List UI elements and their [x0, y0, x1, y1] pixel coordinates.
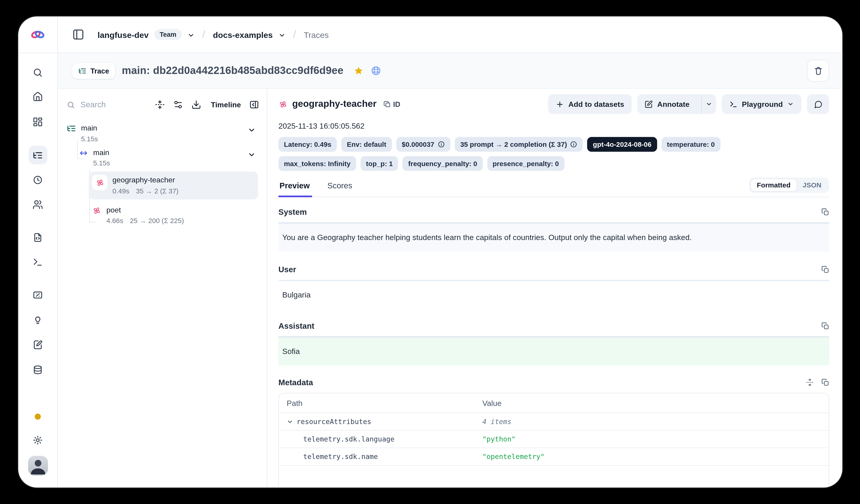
- playground-button[interactable]: Playground: [721, 94, 802, 114]
- collapse-panel-icon[interactable]: [249, 100, 259, 109]
- search-icon[interactable]: [28, 63, 47, 81]
- collapse-all-icon[interactable]: [155, 100, 165, 109]
- panels: Timeline main 5.1: [58, 89, 843, 487]
- chevron-down-icon[interactable]: [278, 31, 285, 38]
- node-name: main: [93, 147, 110, 158]
- view-toggle: Formatted JSON: [749, 178, 829, 193]
- temperature-badge: temperature: 0: [661, 137, 720, 152]
- user-avatar[interactable]: [28, 456, 47, 475]
- insights-lightbulb-icon[interactable]: [28, 311, 47, 329]
- table-row[interactable]: resourceAttributes 4 items: [279, 413, 829, 430]
- trace-header: Trace main: db22d0a442216b485abd83cc9df6…: [58, 53, 843, 89]
- column-path: Path: [279, 399, 475, 407]
- tree-search[interactable]: [67, 100, 147, 109]
- annotate-dropdown-button[interactable]: [701, 94, 716, 114]
- node-duration: 0.49s: [112, 187, 129, 195]
- tree-search-input[interactable]: [79, 100, 129, 109]
- observation-actions: Add to datasets Annotate: [548, 94, 829, 114]
- model-badge[interactable]: gpt-4o-2024-08-06: [587, 137, 657, 152]
- trace-title: main: db22d0a442216b485abd83cc9df6d9ee: [122, 64, 344, 76]
- playground-terminal-icon[interactable]: [28, 252, 47, 271]
- prompts-file-code-icon[interactable]: [28, 228, 47, 247]
- add-to-datasets-button[interactable]: Add to datasets: [548, 94, 632, 114]
- breadcrumb: langfuse-dev Team / docs-examples / Trac…: [58, 17, 843, 53]
- chevron-down-icon[interactable]: [187, 31, 195, 38]
- add-to-datasets-label: Add to datasets: [569, 100, 624, 108]
- top-p-badge: top_p: 1: [361, 156, 398, 171]
- dashboard-grid-icon[interactable]: [28, 112, 47, 131]
- breadcrumb-page[interactable]: Traces: [304, 30, 329, 39]
- delete-trace-button[interactable]: [807, 60, 829, 81]
- langfuse-logo[interactable]: [18, 17, 57, 53]
- metadata-value: "python": [475, 430, 829, 447]
- metadata-value: 4 items: [475, 413, 829, 430]
- info-icon[interactable]: [570, 141, 577, 148]
- breadcrumb-environment[interactable]: docs-examples: [213, 30, 273, 39]
- info-icon[interactable]: [438, 141, 445, 148]
- section-system: System You are a Geography teacher helpi…: [278, 206, 829, 252]
- datasets-database-icon[interactable]: [28, 360, 47, 379]
- copy-id-button[interactable]: ID: [383, 100, 400, 108]
- table-row[interactable]: telemetry.sdk.language "python": [279, 430, 829, 448]
- trace-badge-label: Trace: [90, 66, 109, 75]
- tab-scores[interactable]: Scores: [326, 179, 355, 197]
- system-label: System: [278, 208, 307, 217]
- chevron-down-icon[interactable]: [247, 150, 256, 159]
- tree-node-geography-teacher[interactable]: geography-teacher 0.49s 35 → 2 (Σ 37): [89, 172, 258, 199]
- table-row-cropped: [279, 465, 829, 487]
- breadcrumb-separator: /: [200, 29, 207, 41]
- toggle-json[interactable]: JSON: [797, 179, 827, 191]
- env-badge: Env: default: [341, 137, 391, 152]
- tree-node-poet[interactable]: poet 4.66s 25 → 200 (Σ 225): [92, 203, 259, 225]
- chevron-down-icon[interactable]: [287, 418, 293, 425]
- trace-tree-panel: Timeline main 5.1: [58, 89, 268, 487]
- metadata-path: telemetry.sdk.name: [303, 453, 378, 461]
- public-globe-icon[interactable]: [370, 65, 382, 76]
- annotation-clipboard-pen-icon[interactable]: [28, 335, 47, 354]
- settings-gear-icon[interactable]: [28, 430, 47, 449]
- assistant-label: Assistant: [278, 322, 315, 330]
- node-duration: 5.15s: [81, 135, 98, 143]
- tab-preview[interactable]: Preview: [278, 179, 312, 197]
- column-value: Value: [475, 399, 829, 407]
- table-row[interactable]: telemetry.sdk.name "opentelemetry": [279, 448, 829, 465]
- user-header: User: [278, 264, 829, 276]
- user-content: Bulgaria: [278, 280, 829, 309]
- span-arrows-icon: [79, 148, 88, 158]
- content-area: langfuse-dev Team / docs-examples / Trac…: [58, 17, 843, 488]
- node-name: poet: [106, 205, 184, 216]
- annotate-main-button[interactable]: Annotate: [637, 94, 697, 114]
- section-assistant: Assistant Sofia: [278, 320, 829, 366]
- copy-icon[interactable]: [821, 322, 829, 330]
- observation-title: geography-teacher: [292, 99, 377, 109]
- traces-tree-icon[interactable]: [28, 146, 47, 164]
- max-tokens-badge: max_tokens: Infinity: [278, 156, 356, 171]
- copy-icon[interactable]: [821, 208, 829, 216]
- playground-label: Playground: [742, 100, 783, 108]
- observation-header: geography-teacher ID Add to datasets: [278, 94, 829, 114]
- tree-node-span-main[interactable]: main 5.15s: [79, 147, 259, 167]
- sidebar-toggle-icon[interactable]: [72, 29, 84, 41]
- expand-unfold-icon[interactable]: [806, 379, 814, 386]
- breadcrumb-project[interactable]: langfuse-dev: [98, 30, 148, 39]
- node-duration: 4.66s: [106, 217, 123, 225]
- evaluators-percent-icon[interactable]: [28, 285, 47, 304]
- users-icon[interactable]: [28, 195, 47, 213]
- copy-icon[interactable]: [821, 266, 829, 273]
- trace-type-badge: Trace: [72, 63, 115, 78]
- home-icon[interactable]: [28, 87, 47, 106]
- status-dot: [35, 414, 41, 420]
- timeline-toggle[interactable]: Timeline: [211, 101, 241, 109]
- comments-button[interactable]: [807, 94, 829, 114]
- view-settings-icon[interactable]: [173, 100, 183, 109]
- sessions-clock-icon[interactable]: [28, 171, 47, 189]
- chevron-down-icon[interactable]: [247, 126, 256, 134]
- copy-icon[interactable]: [821, 379, 829, 386]
- trace-tree: main 5.15s main 5.15s: [67, 123, 259, 225]
- toggle-formatted[interactable]: Formatted: [751, 179, 797, 191]
- download-icon[interactable]: [191, 100, 201, 109]
- tree-node-trace-main[interactable]: main 5.15s: [67, 123, 259, 143]
- node-name: main: [81, 123, 98, 133]
- bookmark-star-icon[interactable]: [354, 65, 364, 76]
- generation-fan-icon: [278, 100, 288, 109]
